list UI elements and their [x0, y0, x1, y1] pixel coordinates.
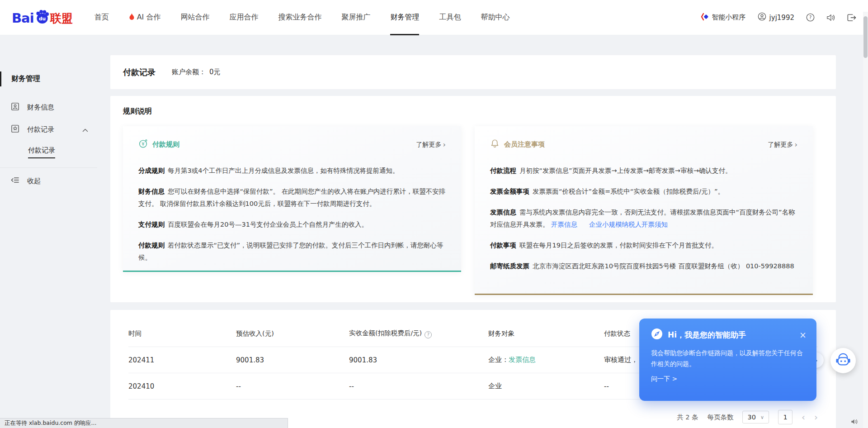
note-label: 付款流程 [490, 167, 516, 174]
cell-finance-target: 企业 [488, 382, 604, 390]
member-notes-card: 会员注意事项 了解更多› 付款流程月初按“发票信息”页面开具发票→上传发票→邮寄… [475, 126, 813, 295]
speaker-icon[interactable] [851, 418, 858, 427]
note-text: 月初按“发票信息”页面开具发票→上传发票→邮寄发票→审核→确认支付。 [519, 167, 732, 174]
note-text: 发票票面“价税合计”金额=系统中“实收金额（扣除税费后/元）”。 [533, 188, 724, 195]
col-finance-target: 财务对象 [488, 329, 604, 338]
cell-estimated: 9001.83 [236, 356, 349, 364]
small-taxpayer-notice-link[interactable]: 企业小规模纳税人开票须知 [589, 221, 668, 228]
vertical-scrollbar [863, 12, 868, 428]
rule-label: 分成规则 [138, 167, 165, 174]
nav-item-search-biz[interactable]: 搜索业务合作 [278, 0, 321, 35]
current-page-button[interactable]: 1 [778, 410, 793, 424]
member-notes-more-link[interactable]: 了解更多› [768, 141, 797, 149]
header-right: 智能小程序 jyj1992 ? [701, 12, 856, 23]
finance-info-icon [11, 102, 19, 113]
nav-item-help-center[interactable]: 帮助中心 [481, 0, 509, 35]
mini-program-icon [701, 13, 709, 23]
question-circle-icon[interactable]: ? [425, 331, 432, 338]
logo-text-bai: Bai [12, 10, 34, 26]
account-balance: 账户余额：0元 [172, 68, 221, 76]
col-actual-amount: 实收金额(扣除税费后/元)? [349, 329, 488, 338]
rule-label: 支付规则 [138, 221, 165, 228]
invoice-info-link[interactable]: 开票信息 [551, 221, 577, 228]
user-account[interactable]: jyj1992 [758, 12, 794, 23]
payment-records-icon [11, 124, 19, 135]
col-estimated-income: 预估收入(元) [236, 329, 349, 338]
page-header-panel: 付款记录 账户余额：0元 [110, 55, 836, 89]
chat-ask-link[interactable]: 问一下 > [639, 369, 816, 383]
rule-label: 财务信息 [138, 188, 165, 195]
assistant-robot-button[interactable] [830, 348, 856, 373]
invoice-detail-link[interactable]: 发票信息 [509, 356, 536, 364]
note-label: 发票信息 [490, 209, 516, 216]
rule-text: 若付款状态显示“已支付”，说明联盟已安排了您的付款。支付后三个工作日内到帐，请您… [138, 242, 443, 261]
nav-item-finance[interactable]: 财务管理 [390, 0, 419, 35]
note-text: 联盟在每月19日之后签收的发票，付款时间安排在下个月首批支付。 [519, 242, 718, 249]
rules-section-title: 规则说明 [123, 107, 823, 116]
nav-item-ai[interactable]: AI 合作 [129, 0, 161, 35]
chevron-up-icon [82, 126, 88, 134]
sound-icon[interactable] [826, 14, 835, 22]
coin-icon: ¥ [138, 139, 148, 150]
logout-icon[interactable] [847, 14, 856, 22]
sidebar: 财务管理 财务信息 付款记录 [0, 35, 97, 428]
chat-body-text: 我会帮助您诊断合作链路问题，以及解答您关于任何合作相关的问题。 [639, 342, 816, 369]
rule-text: 百度联盟会在每月20号—31号支付企业会员上个自然月产生的收入。 [168, 221, 368, 228]
baidu-paw-icon: du [34, 9, 50, 26]
note-label: 发票金额事项 [490, 188, 529, 195]
sidebar-subitem-payment-records[interactable]: 付款记录 [0, 141, 97, 161]
close-icon[interactable]: × [799, 331, 807, 339]
next-page-icon[interactable]: › [814, 413, 818, 422]
card-title-payment-rules: 付款规则 [152, 140, 179, 149]
browser-status-bar: 正在等待 xlab.baidu.com 的响应... [0, 418, 288, 428]
svg-text:?: ? [809, 14, 812, 20]
note-label: 付款事项 [490, 242, 516, 249]
nav-item-home[interactable]: 首页 [94, 0, 109, 35]
bell-icon [490, 139, 500, 150]
collapse-icon [11, 176, 19, 185]
compass-icon [651, 328, 663, 342]
more-arrow-icon: › [795, 141, 797, 148]
nav-item-website[interactable]: 网站合作 [180, 0, 209, 35]
cell-time: 202411 [128, 356, 236, 364]
sidebar-item-payment-records[interactable]: 付款记录 [0, 119, 97, 141]
top-header: Bai du 联盟 首页 AI 合作 网站合作 应用合作 搜索业务合作 聚屏推广… [0, 0, 868, 35]
note-text: 北京市海淀区西北旺东路10号院百度科技园5号楼 百度联盟财务组（收） 010-5… [533, 262, 794, 270]
page-size-label: 每页条数 [707, 413, 733, 422]
sidebar-title: 财务管理 [0, 71, 97, 86]
cell-estimated: -- [236, 382, 349, 390]
cell-actual: -- [349, 382, 488, 390]
flame-icon [129, 13, 135, 22]
assistant-chat-popup: Hi，我是您的智能助手 × 我会帮助您诊断合作链路问题，以及解答您关于任何合作相… [639, 319, 816, 401]
page-size-select[interactable]: 30 ∨ [742, 411, 769, 423]
mini-program-entry[interactable]: 智能小程序 [701, 13, 746, 23]
nav-item-app[interactable]: 应用合作 [229, 0, 258, 35]
dropdown-caret-icon: ∨ [760, 414, 764, 420]
baidu-union-logo[interactable]: Bai du 联盟 [12, 9, 73, 26]
main-nav: 首页 AI 合作 网站合作 应用合作 搜索业务合作 聚屏推广 财务管理 工具包 … [94, 0, 510, 35]
card-title-member-notes: 会员注意事项 [504, 140, 545, 149]
scrollbar-thumb[interactable] [863, 16, 868, 58]
payment-rules-more-link[interactable]: 了解更多› [416, 141, 446, 149]
balance-label: 账户余额： [172, 68, 206, 76]
rule-text: 每月第3或4个工作日产出上月分成信息及发票信息，如有特殊情况将提前通知。 [168, 167, 399, 174]
total-count: 共 2 条 [677, 413, 698, 422]
note-label: 邮寄纸质发票 [490, 262, 529, 270]
help-icon[interactable]: ? [806, 13, 815, 22]
more-arrow-icon: › [443, 141, 446, 148]
cell-finance-target: 企业：发票信息 [488, 356, 604, 364]
svg-text:du: du [39, 16, 46, 22]
nav-item-screen-promo[interactable]: 聚屏推广 [341, 0, 370, 35]
rules-panel: 规则说明 ¥ 付款规则 了解更多› [110, 96, 836, 302]
user-icon [758, 12, 766, 23]
logo-text-union: 联盟 [50, 11, 73, 26]
sidebar-item-finance-info[interactable]: 财务信息 [0, 96, 97, 119]
cell-actual: 9001.83 [349, 356, 488, 364]
rule-text: 您可以在财务信息中选择“保留付款”。 在此期间您产生的收入将在账户内进行累计，联… [138, 188, 445, 207]
sidebar-collapse-button[interactable]: 收起 [0, 168, 97, 194]
prev-page-icon[interactable]: ‹ [802, 413, 805, 422]
nav-item-toolkit[interactable]: 工具包 [439, 0, 461, 35]
payment-rules-card: ¥ 付款规则 了解更多› 分成规则每月第3或4个工作日产出上月分成信息及发票信息… [123, 126, 461, 272]
balance-value: 0元 [209, 68, 221, 76]
robot-icon [835, 352, 851, 369]
